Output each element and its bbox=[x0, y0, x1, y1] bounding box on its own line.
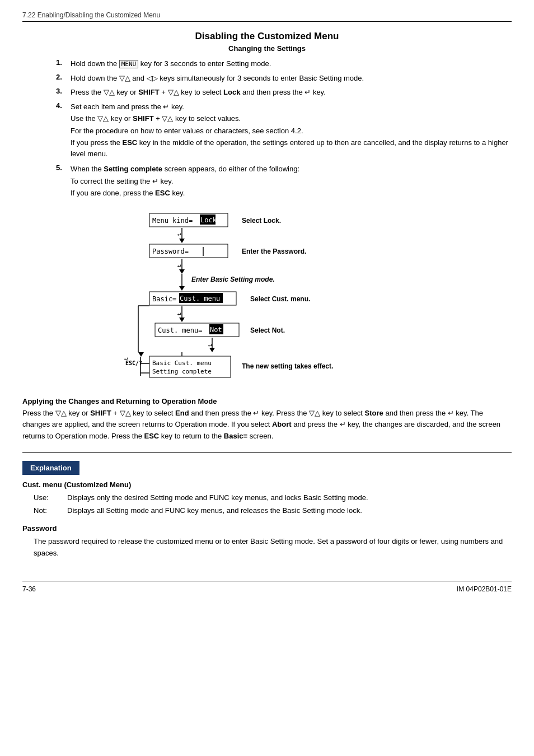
svg-text:The new setting takes effect.: The new setting takes effect. bbox=[242, 362, 333, 370]
page-header: 7.22 Enabling/Disabling the Customized M… bbox=[22, 11, 512, 22]
svg-text:Cust. menu: Cust. menu bbox=[180, 295, 220, 302]
cust-menu-not-row: Not: Displays all Setting mode and FUNC … bbox=[34, 505, 512, 516]
step-1: 1. Hold down the MENU key for 3 seconds … bbox=[56, 58, 512, 69]
footer-left: 7-36 bbox=[22, 585, 36, 593]
svg-text:Password=: Password= bbox=[152, 248, 189, 255]
svg-text:Setting complete: Setting complete bbox=[152, 368, 212, 375]
svg-marker-7 bbox=[179, 239, 185, 243]
svg-text:Menu kind=: Menu kind= bbox=[152, 217, 193, 225]
header-text: 7.22 Enabling/Disabling the Customized M… bbox=[22, 11, 160, 19]
explanation-label: Explanation bbox=[22, 461, 79, 475]
step-4: 4. Set each item and press the ↵ key. Us… bbox=[56, 101, 512, 161]
step-2-content: Hold down the ▽△ and ◁▷ keys simultaneou… bbox=[71, 73, 512, 84]
step-4-content: Set each item and press the ↵ key. Use t… bbox=[71, 101, 512, 161]
applying-section: Applying the Changes and Returning to Op… bbox=[22, 397, 512, 442]
svg-marker-33 bbox=[209, 348, 215, 352]
svg-text:↵: ↵ bbox=[208, 341, 212, 348]
svg-text:Basic=: Basic= bbox=[152, 295, 176, 303]
flow-diagram: Menu kind= Lock Select Lock. ↵ Password=… bbox=[121, 208, 413, 387]
svg-text:Select Cust. menu.: Select Cust. menu. bbox=[250, 295, 310, 303]
svg-marker-25 bbox=[179, 318, 185, 322]
password-title: Password bbox=[22, 524, 512, 533]
svg-marker-17 bbox=[179, 286, 185, 291]
not-term: Not: bbox=[34, 505, 62, 516]
explanation-section: Explanation Cust. menu (Customized Menu)… bbox=[22, 452, 512, 559]
steps-list: 1. Hold down the MENU key for 3 seconds … bbox=[56, 58, 512, 200]
step-3: 3. Press the ▽△ key or SHIFT + ▽△ key to… bbox=[56, 87, 512, 98]
svg-text:↵: ↵ bbox=[177, 310, 181, 317]
step-5-content: When the Setting complete screen appears… bbox=[71, 164, 512, 200]
applying-title: Applying the Changes and Returning to Op… bbox=[22, 397, 512, 405]
password-desc: The password required to release the cus… bbox=[34, 536, 512, 559]
step-4-num: 4. bbox=[56, 101, 67, 110]
svg-text:Cust. menu=: Cust. menu= bbox=[158, 326, 202, 334]
not-desc: Displays all Setting mode and FUNC key m… bbox=[67, 505, 512, 516]
svg-text:Lock: Lock bbox=[200, 216, 217, 224]
step-3-num: 3. bbox=[56, 87, 67, 95]
use-term: Use: bbox=[34, 492, 62, 503]
section-title: Disabling the Customized Menu bbox=[22, 31, 512, 42]
footer-right: IM 04P02B01-01E bbox=[457, 585, 512, 593]
diagram-area: Menu kind= Lock Select Lock. ↵ Password=… bbox=[22, 208, 512, 387]
subsection-title: Changing the Settings bbox=[22, 44, 512, 53]
step-2: 2. Hold down the ▽△ and ◁▷ keys simultan… bbox=[56, 73, 512, 84]
svg-text:Select Not.: Select Not. bbox=[250, 326, 285, 334]
svg-text:↵: ↵ bbox=[177, 262, 181, 269]
svg-text:Enter the Password.: Enter the Password. bbox=[242, 248, 306, 255]
cust-menu-use-row: Use: Displays only the desired Setting m… bbox=[34, 492, 512, 503]
step-3-content: Press the ▽△ key or SHIFT + ▽△ key to se… bbox=[71, 87, 512, 98]
step-2-num: 2. bbox=[56, 73, 67, 81]
svg-text:ESC/?: ESC/? bbox=[125, 360, 142, 366]
svg-text:Select Lock.: Select Lock. bbox=[242, 217, 281, 225]
page-footer: 7-36 IM 04P02B01-01E bbox=[22, 581, 512, 593]
step-1-content: Hold down the MENU key for 3 seconds to … bbox=[71, 58, 512, 69]
svg-marker-14 bbox=[179, 269, 185, 274]
cust-menu-title: Cust. menu (Customized Menu) bbox=[22, 480, 512, 489]
svg-text:↵: ↵ bbox=[177, 230, 181, 237]
svg-text:Enter Basic Setting mode.: Enter Basic Setting mode. bbox=[191, 276, 275, 283]
step-5: 5. When the Setting complete screen appe… bbox=[56, 164, 512, 200]
step-1-num: 1. bbox=[56, 58, 67, 67]
svg-text:Basic Cust. menu: Basic Cust. menu bbox=[152, 360, 212, 367]
cust-menu-table: Use: Displays only the desired Setting m… bbox=[34, 492, 512, 516]
applying-text: Press the ▽△ key or SHIFT + ▽△ key to se… bbox=[22, 408, 512, 442]
use-desc: Displays only the desired Setting mode a… bbox=[67, 492, 512, 503]
svg-text:Not: Not bbox=[210, 326, 222, 334]
svg-marker-36 bbox=[138, 352, 144, 357]
menu-key: MENU bbox=[119, 60, 139, 68]
step-5-num: 5. bbox=[56, 164, 67, 172]
